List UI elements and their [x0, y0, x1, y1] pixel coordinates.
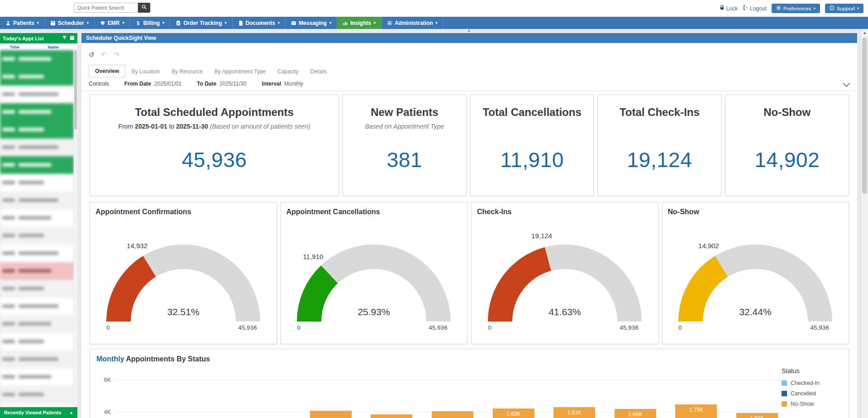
- appointment-row[interactable]: [0, 333, 74, 351]
- appointment-row[interactable]: [0, 386, 74, 404]
- bar-no-show-segment[interactable]: 1.75K: [675, 404, 717, 418]
- bar-no-show-segment[interactable]: [432, 411, 473, 418]
- gauge-percent-label: 41.63%: [548, 307, 581, 317]
- chart-title: Monthly Appointments By Status: [96, 355, 849, 363]
- chevron-down-icon: ▾: [87, 21, 89, 25]
- lock-icon: [720, 5, 725, 12]
- tab-by-location[interactable]: By Location: [125, 66, 166, 77]
- bar-no-show-segment[interactable]: 1.81K: [553, 407, 595, 418]
- gauge-chart: 14,93232.51%045,936: [89, 216, 277, 332]
- page-scrollbar-thumb[interactable]: [862, 38, 867, 194]
- appointment-list: [0, 50, 74, 407]
- appointment-row[interactable]: [0, 245, 74, 262]
- nav-item-patients[interactable]: Patients▾: [0, 17, 45, 29]
- tab-overview[interactable]: Overview: [89, 65, 125, 77]
- filter-icon[interactable]: [62, 35, 67, 41]
- insights-icon: [343, 20, 348, 26]
- appointment-row[interactable]: [0, 298, 74, 315]
- bar-value-label: 1.81K: [553, 409, 595, 416]
- nav-item-messaging[interactable]: Messaging▾: [286, 17, 337, 29]
- appointment-row[interactable]: [0, 368, 74, 386]
- reset-icon[interactable]: ↺: [89, 51, 95, 59]
- nav-item-label: Messaging: [299, 20, 327, 26]
- to-date-control[interactable]: To Date 2025/11/30: [197, 81, 246, 87]
- appointment-row[interactable]: [0, 156, 74, 174]
- bar-no-show-segment[interactable]: [310, 411, 352, 418]
- appointment-row[interactable]: [0, 103, 74, 121]
- dashboard-body: ↺ ↶ ↷ OverviewBy LocationBy ResourceBy A…: [81, 43, 857, 418]
- tab-details[interactable]: Details: [305, 66, 333, 77]
- calendar-icon[interactable]: [70, 35, 75, 41]
- gauge-percent-label: 25.93%: [358, 307, 390, 317]
- controls-collapse-chevron-icon[interactable]: [843, 80, 850, 87]
- quicksight-panel: Scheduler QuickSight View ↺ ↶ ↷ Overview…: [81, 33, 857, 418]
- preferences-label: Preferences: [783, 6, 811, 11]
- appointment-row[interactable]: [0, 209, 74, 227]
- appointment-row[interactable]: [0, 139, 74, 156]
- search-button[interactable]: [138, 3, 150, 13]
- billing-icon: $: [135, 20, 141, 26]
- tab-capacity[interactable]: Capacity: [272, 66, 305, 77]
- appointment-row[interactable]: [0, 227, 74, 245]
- bar-no-show-segment[interactable]: 1.66K: [615, 409, 656, 418]
- support-button[interactable]: Support ▾: [825, 4, 863, 13]
- kpi-title: Total Cancellations: [482, 106, 581, 119]
- appointment-row[interactable]: [0, 174, 74, 192]
- appointment-row[interactable]: [0, 315, 74, 333]
- gauge-min-label: 0: [297, 324, 300, 331]
- recently-viewed-bar[interactable]: Recently Viewed Patients ▲: [0, 407, 77, 418]
- nav-item-scheduler[interactable]: Scheduler▾: [45, 17, 95, 29]
- undo-icon[interactable]: ↶: [101, 51, 107, 59]
- order-tracking-icon: [176, 20, 181, 26]
- bar-no-show-segment[interactable]: 1.69K: [493, 408, 534, 418]
- from-date-control[interactable]: From Date 2025/01/01: [124, 81, 181, 87]
- bar-no-show-segment[interactable]: 1.68K: [736, 413, 778, 418]
- appointment-row[interactable]: [0, 280, 74, 298]
- appointment-row[interactable]: [0, 50, 74, 68]
- bar-no-show-segment[interactable]: [371, 414, 412, 418]
- appointments-sidebar: Today's Appt List Time Name Recently Vie…: [0, 29, 77, 418]
- search-input[interactable]: [74, 3, 138, 13]
- redo-icon[interactable]: ↷: [114, 51, 119, 59]
- scroll-up-arrow-icon[interactable]: ▲: [861, 29, 868, 36]
- interval-control[interactable]: Interval Monthly: [262, 81, 303, 87]
- nav-item-order-tracking[interactable]: Order Tracking▾: [170, 17, 232, 29]
- appointment-row[interactable]: [0, 262, 74, 280]
- appointment-row[interactable]: [0, 351, 74, 368]
- search-icon: [141, 4, 147, 11]
- legend-item-cancelled[interactable]: Cancelled: [782, 390, 836, 397]
- nav-item-administration[interactable]: Administration▾: [382, 17, 444, 29]
- nav-item-label: Administration: [395, 20, 433, 26]
- sidebar-scrollbar[interactable]: [74, 50, 77, 407]
- nav-item-billing[interactable]: $Billing▾: [130, 17, 170, 29]
- appointment-row[interactable]: [0, 192, 74, 209]
- page-scrollbar[interactable]: ▲: [861, 29, 868, 418]
- preferences-button[interactable]: Preferences ▾: [772, 4, 820, 13]
- legend-item-checked-in[interactable]: Checked-In: [782, 380, 836, 386]
- tab-by-resource[interactable]: By Resource: [166, 66, 209, 77]
- sidebar-column-headers: Time Name: [0, 43, 77, 51]
- gauge-max-label: 45,936: [429, 324, 448, 331]
- to-date-label: To Date: [197, 81, 216, 87]
- gauge-chart: 19,12441.63%045,936: [471, 216, 659, 332]
- nav-item-emr[interactable]: EMR▾: [95, 17, 130, 29]
- info-icon: [830, 5, 835, 11]
- kpi-title: Total Check-Ins: [620, 106, 700, 119]
- lock-button[interactable]: Lock: [720, 5, 738, 12]
- legend-item-no-show[interactable]: No-Show: [782, 401, 836, 407]
- nav-item-insights[interactable]: Insights▾: [337, 17, 382, 29]
- appointment-row[interactable]: [0, 68, 74, 86]
- kpi-card-total-scheduled: Total Scheduled Appointments From 2025-0…: [90, 95, 339, 196]
- appointment-row[interactable]: [0, 86, 74, 103]
- kpi-card-total-checkins: Total Check-Ins 19,124: [597, 95, 721, 196]
- appointment-row[interactable]: [0, 121, 74, 139]
- kpi-value: 19,124: [598, 148, 721, 172]
- interval-value: Monthly: [284, 81, 303, 87]
- sidebar-scrollbar-thumb[interactable]: [74, 50, 77, 130]
- appointment-row[interactable]: [0, 404, 74, 407]
- gauge-min-label: 0: [106, 324, 110, 331]
- tab-by-appointment-type[interactable]: By Appointment Type: [209, 66, 272, 77]
- logout-button[interactable]: Logout: [743, 5, 767, 12]
- nav-item-documents[interactable]: Documents▾: [233, 17, 286, 29]
- expand-up-icon[interactable]: ▲: [69, 410, 73, 415]
